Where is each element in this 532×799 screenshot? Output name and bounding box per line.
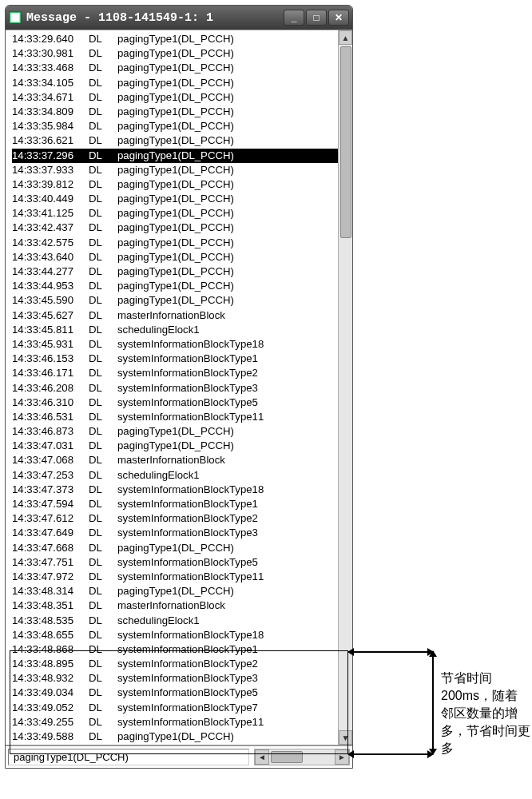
col-time: 14:33:45.931 bbox=[12, 337, 89, 352]
log-row[interactable]: 14:33:34.671DLpagingType1(DL_PCCH) bbox=[12, 90, 338, 105]
col-dir: DL bbox=[89, 192, 117, 206]
log-row[interactable]: 14:33:47.373DLsystemInformationBlockType… bbox=[12, 483, 338, 497]
maximize-button[interactable]: □ bbox=[306, 10, 327, 26]
col-dir: DL bbox=[89, 293, 117, 308]
scroll-thumb[interactable] bbox=[340, 46, 351, 238]
log-row[interactable]: 14:33:46.873DLpagingType1(DL_PCCH) bbox=[12, 424, 338, 439]
col-msg: masterInfornationBlock bbox=[117, 453, 338, 467]
log-row[interactable]: 14:33:47.972DLsystemInformationBlockType… bbox=[12, 570, 338, 584]
log-row[interactable]: 14:33:47.031DLpagingType1(DL_PCCH) bbox=[12, 439, 338, 453]
log-row[interactable]: 14:33:36.621DLpagingType1(DL_PCCH) bbox=[12, 133, 338, 148]
horizontal-scrollbar[interactable]: ◄ ► bbox=[254, 749, 350, 765]
log-row[interactable]: 14:33:47.751DLsystemInformationBlockType… bbox=[12, 555, 338, 570]
col-msg: systemInformationBlockType5 bbox=[117, 555, 338, 570]
col-time: 14:33:48.932 bbox=[12, 671, 89, 686]
hscroll-track[interactable] bbox=[269, 749, 335, 765]
log-row[interactable]: 14:33:49.255DLsystemInformationBlockType… bbox=[12, 715, 338, 729]
scroll-up-arrow-icon[interactable]: ▲ bbox=[339, 30, 352, 45]
log-row[interactable]: 14:33:47.668DLpagingType1(DL_PCCH) bbox=[12, 541, 338, 555]
col-dir: DL bbox=[89, 308, 117, 323]
log-row[interactable]: 14:33:30.981DLpagingType1(DL_PCCH) bbox=[12, 46, 338, 61]
log-row[interactable]: 14:33:46.208DLsystemInformationBlockType… bbox=[12, 381, 338, 396]
col-dir: DL bbox=[89, 715, 117, 729]
log-row[interactable]: 14:33:43.640DLpagingType1(DL_PCCH) bbox=[12, 250, 338, 264]
log-row[interactable]: 14:33:45.811DLschedulingElock1 bbox=[12, 323, 338, 337]
close-button[interactable]: ✕ bbox=[328, 10, 349, 26]
annotation-arrow-bottom bbox=[348, 753, 433, 755]
log-row[interactable]: 14:33:47.068DLmasterInfornationBlock bbox=[12, 453, 338, 467]
col-dir: DL bbox=[89, 526, 117, 540]
scroll-down-arrow-icon[interactable]: ▼ bbox=[339, 730, 352, 745]
col-dir: DL bbox=[89, 236, 117, 250]
minimize-button[interactable]: _ bbox=[284, 10, 304, 26]
log-row[interactable]: 14:33:48.351DLmasterInfornationBlock bbox=[12, 598, 338, 613]
log-row[interactable]: 14:33:46.153DLsystemInformationBlockType… bbox=[12, 352, 338, 366]
log-row[interactable]: 14:33:44.953DLpagingType1(DL_PCCH) bbox=[12, 279, 338, 293]
log-row[interactable]: 14:33:45.627DLmasterInfornationBlock bbox=[12, 308, 338, 323]
log-row[interactable]: 14:33:45.931DLsystemInformationBlockType… bbox=[12, 337, 338, 352]
annotation-arrow-top bbox=[348, 651, 433, 653]
scroll-left-arrow-icon[interactable]: ◄ bbox=[255, 749, 269, 765]
message-list[interactable]: 14:33:29.640DLpagingType1(DL_PCCH)14:33:… bbox=[6, 30, 338, 745]
log-row[interactable]: 14:33:37.296DLpagingType1(DL_PCCH) bbox=[12, 149, 338, 163]
log-row[interactable]: 14:33:41.125DLpagingType1(DL_PCCH) bbox=[12, 206, 338, 221]
log-row[interactable]: 14:33:34.105DLpagingType1(DL_PCCH) bbox=[12, 76, 338, 90]
col-msg: pagingType1(DL_PCCH) bbox=[117, 32, 338, 46]
log-row[interactable]: 14:33:40.449DLpagingType1(DL_PCCH) bbox=[12, 192, 338, 206]
log-row[interactable]: 14:33:39.812DLpagingType1(DL_PCCH) bbox=[12, 177, 338, 192]
col-msg: schedulingElock1 bbox=[117, 323, 338, 337]
log-row[interactable]: 14:33:46.310DLsystemInformationBlockType… bbox=[12, 396, 338, 410]
log-row[interactable]: 14:33:42.575DLpagingType1(DL_PCCH) bbox=[12, 236, 338, 250]
log-row[interactable]: 14:33:44.277DLpagingType1(DL_PCCH) bbox=[12, 264, 338, 279]
col-time: 14:33:44.953 bbox=[12, 279, 89, 293]
col-msg: pagingType1(DL_PCCH) bbox=[117, 149, 338, 163]
log-row[interactable]: 14:33:29.640DLpagingType1(DL_PCCH) bbox=[12, 32, 338, 46]
col-dir: DL bbox=[89, 323, 117, 337]
log-row[interactable]: 14:33:48.868DLsystemInformationBlockType… bbox=[12, 642, 338, 657]
log-row[interactable]: 14:33:47.594DLsystemInformationBlockType… bbox=[12, 497, 338, 511]
log-row[interactable]: 14:33:33.468DLpagingType1(DL_PCCH) bbox=[12, 61, 338, 75]
col-dir: DL bbox=[89, 32, 117, 46]
col-time: 14:33:46.171 bbox=[12, 366, 89, 380]
col-msg: pagingType1(DL_PCCH) bbox=[117, 293, 338, 308]
col-dir: DL bbox=[89, 177, 117, 192]
log-row[interactable]: 14:33:47.612DLsystemInformationBlockType… bbox=[12, 511, 338, 526]
log-row[interactable]: 14:33:46.171DLsystemInformationBlockType… bbox=[12, 366, 338, 380]
log-row[interactable]: 14:33:48.314DLpagingType1(DL_PCCH) bbox=[12, 584, 338, 598]
titlebar[interactable]: Message - 1108-141549-1: 1 _ □ ✕ bbox=[6, 6, 352, 30]
log-row[interactable]: 14:33:45.590DLpagingType1(DL_PCCH) bbox=[12, 293, 338, 308]
col-dir: DL bbox=[89, 570, 117, 584]
log-row[interactable]: 14:33:42.437DLpagingType1(DL_PCCH) bbox=[12, 221, 338, 235]
col-dir: DL bbox=[89, 206, 117, 221]
col-time: 14:33:47.649 bbox=[12, 526, 89, 540]
log-row[interactable]: 14:33:49.034DLsystemInformationBlockType… bbox=[12, 686, 338, 700]
col-dir: DL bbox=[89, 497, 117, 511]
log-row[interactable]: 14:33:49.588DLpagingType1(DL_PCCH) bbox=[12, 729, 338, 744]
log-row[interactable]: 14:33:48.655DLsystemInformationBlockType… bbox=[12, 628, 338, 642]
col-dir: DL bbox=[89, 468, 117, 483]
log-row[interactable]: 14:33:48.535DLschedulingElock1 bbox=[12, 614, 338, 628]
col-time: 14:33:48.314 bbox=[12, 584, 89, 598]
log-row[interactable]: 14:33:37.933DLpagingType1(DL_PCCH) bbox=[12, 163, 338, 177]
log-row[interactable]: 14:33:47.649DLsystemInformationBlockType… bbox=[12, 526, 338, 540]
log-row[interactable]: 14:33:49.052DLsystemInformationBlockType… bbox=[12, 701, 338, 715]
log-row[interactable]: 14:33:48.895DLsystemInformationBlockType… bbox=[12, 657, 338, 671]
col-dir: DL bbox=[89, 264, 117, 279]
log-row[interactable]: 14:33:50.231DLpagingType1(DL_PCCH) bbox=[12, 744, 338, 745]
log-row[interactable]: 14:33:48.932DLsystemInformationBlockType… bbox=[12, 671, 338, 686]
col-dir: DL bbox=[89, 133, 117, 148]
log-row[interactable]: 14:33:35.984DLpagingType1(DL_PCCH) bbox=[12, 119, 338, 133]
log-row[interactable]: 14:33:47.253DLschedulingElock1 bbox=[12, 468, 338, 483]
col-time: 14:33:47.972 bbox=[12, 570, 89, 584]
col-time: 14:33:44.277 bbox=[12, 264, 89, 279]
log-row[interactable]: 14:33:34.809DLpagingType1(DL_PCCH) bbox=[12, 105, 338, 119]
col-time: 14:33:37.296 bbox=[12, 149, 89, 163]
col-time: 14:33:47.068 bbox=[12, 453, 89, 467]
col-dir: DL bbox=[89, 410, 117, 424]
vertical-scrollbar[interactable]: ▲ ▼ bbox=[338, 30, 352, 745]
col-dir: DL bbox=[89, 453, 117, 467]
col-time: 14:33:46.310 bbox=[12, 396, 89, 410]
col-dir: DL bbox=[89, 657, 117, 671]
hscroll-thumb[interactable] bbox=[271, 751, 303, 763]
log-row[interactable]: 14:33:46.531DLsystemInformationBlockType… bbox=[12, 410, 338, 424]
